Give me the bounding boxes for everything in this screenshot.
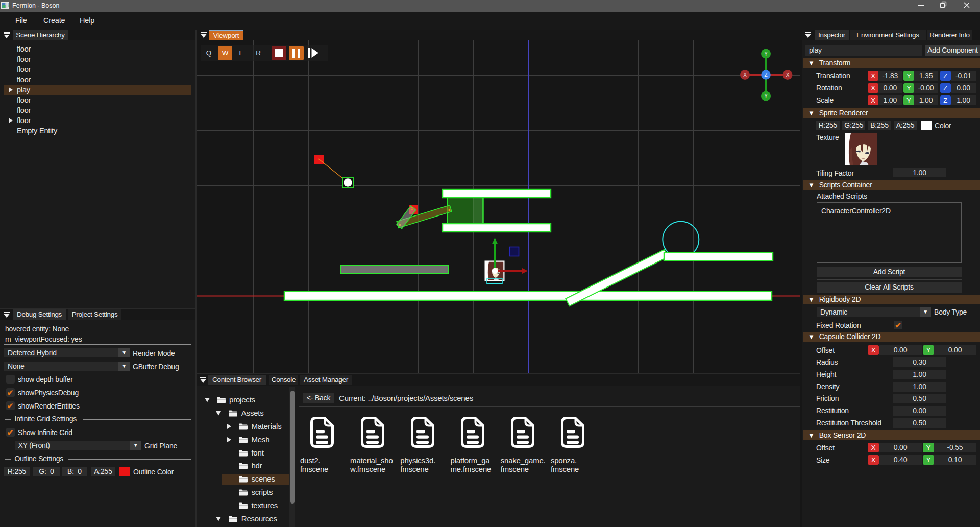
svg-text:Z: Z bbox=[765, 72, 768, 78]
svg-text:Y: Y bbox=[764, 93, 768, 99]
svg-text:Y: Y bbox=[764, 51, 768, 57]
svg-text:X: X bbox=[743, 72, 747, 78]
svg-text:X: X bbox=[786, 72, 790, 78]
